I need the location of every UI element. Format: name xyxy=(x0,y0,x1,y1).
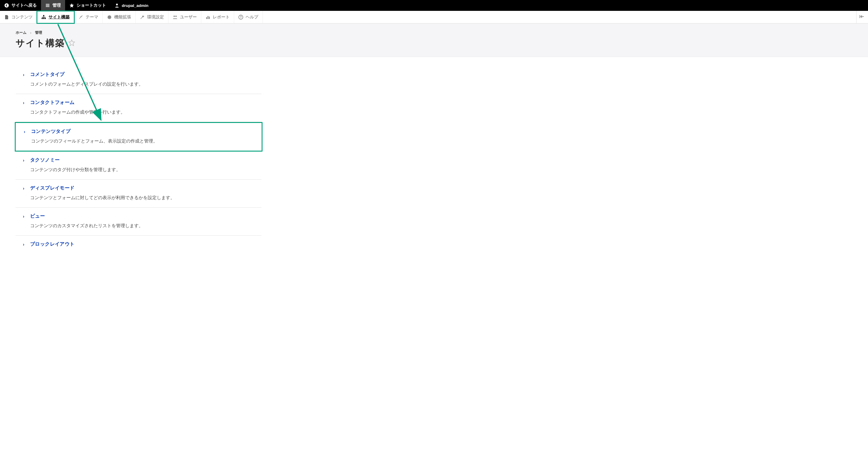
manage-label: 管理 xyxy=(53,3,61,8)
toolbar-item-structure[interactable]: サイト構築 xyxy=(37,11,74,23)
list-item-desc: コンテンツのカスタマイズされたリストを管理します。 xyxy=(23,223,261,229)
list-item-desc: コンテンツのタグ付けや分類を管理します。 xyxy=(23,167,261,173)
svg-rect-8 xyxy=(206,17,207,19)
svg-rect-4 xyxy=(43,18,44,19)
puzzle-icon xyxy=(107,15,112,20)
toolbar-label: コンテンツ xyxy=(11,14,33,20)
admin-topbar: サイトへ戻る 管理 ショートカット drupal_admin xyxy=(0,0,868,11)
toolbar-item-config[interactable]: 環境設定 xyxy=(135,11,168,23)
list-item-content-types[interactable]: ›コンテンツタイプ コンテンツのフィールドとフォーム、表示設定の作成と管理。 xyxy=(15,122,262,152)
svg-rect-10 xyxy=(209,17,210,19)
wrench-icon xyxy=(140,15,145,20)
toolbar-collapse-button[interactable] xyxy=(856,11,868,23)
list-item-title: コンテンツタイプ xyxy=(31,128,70,135)
svg-point-0 xyxy=(4,3,9,7)
hamburger-icon xyxy=(45,3,50,8)
page-title: サイト構築 xyxy=(16,37,65,50)
chevron-right-icon: › xyxy=(23,242,27,247)
file-icon xyxy=(4,15,9,20)
toolbar-item-help[interactable]: ? ヘルプ xyxy=(234,11,263,23)
list-item-block-layout[interactable]: ›ブロックレイアウト xyxy=(16,236,261,248)
star-icon xyxy=(69,3,74,8)
sitemap-icon xyxy=(41,15,46,20)
toolbar-item-people[interactable]: ユーザー xyxy=(168,11,201,23)
page-header: ホーム › 管理 サイト構築 xyxy=(0,24,868,57)
list-item-title: ブロックレイアウト xyxy=(30,241,75,248)
list-item-title: コンタクトフォーム xyxy=(30,99,75,106)
list-item-contact-forms[interactable]: ›コンタクトフォーム コンタクトフォームの作成や管理を行います。 xyxy=(16,94,261,122)
back-arrow-icon xyxy=(4,3,9,8)
list-item-desc: コメントのフォームとディスプレイの設定を行います。 xyxy=(23,82,261,87)
toolbar-label: 機能拡張 xyxy=(114,14,131,20)
help-icon: ? xyxy=(239,15,243,20)
svg-rect-2 xyxy=(43,15,44,16)
shortcuts-label: ショートカット xyxy=(76,3,106,8)
shortcuts-link[interactable]: ショートカット xyxy=(65,0,110,11)
toolbar-label: テーマ xyxy=(86,14,98,20)
structure-list: ›コメントタイプ コメントのフォームとディスプレイの設定を行います。 ›コンタク… xyxy=(0,57,277,248)
brush-icon xyxy=(79,15,83,20)
back-to-site-label: サイトへ戻る xyxy=(11,3,37,8)
chevron-right-icon: › xyxy=(23,214,27,219)
user-menu[interactable]: drupal_admin xyxy=(110,0,153,11)
breadcrumb: ホーム › 管理 xyxy=(16,30,868,35)
list-item-display-modes[interactable]: ›ディスプレイモード コンテンツとフォームに対してどの表示が利用できるかを設定し… xyxy=(16,180,261,207)
back-to-site-link[interactable]: サイトへ戻る xyxy=(0,0,41,11)
list-item-views[interactable]: ›ビュー コンテンツのカスタマイズされたリストを管理します。 xyxy=(16,207,261,236)
chevron-right-icon: › xyxy=(24,129,28,134)
list-item-comment-types[interactable]: ›コメントタイプ コメントのフォームとディスプレイの設定を行います。 xyxy=(16,66,261,94)
svg-point-6 xyxy=(174,15,175,17)
list-item-title: タクソノミー xyxy=(30,157,60,163)
list-item-desc: コンテンツのフィールドとフォーム、表示設定の作成と管理。 xyxy=(24,138,261,144)
chevron-right-icon: › xyxy=(23,100,27,105)
users-icon xyxy=(173,15,178,20)
collapse-icon xyxy=(860,14,865,20)
favorite-toggle[interactable] xyxy=(68,39,75,47)
list-item-title: ビュー xyxy=(30,213,45,219)
chevron-right-icon: › xyxy=(23,158,27,163)
manage-toggle[interactable]: 管理 xyxy=(41,0,65,11)
toolbar-item-content[interactable]: コンテンツ xyxy=(0,11,37,23)
user-label: drupal_admin xyxy=(122,3,149,8)
svg-rect-9 xyxy=(208,16,209,19)
toolbar-label: 環境設定 xyxy=(147,14,164,20)
list-item-title: コメントタイプ xyxy=(30,71,65,78)
svg-text:?: ? xyxy=(240,16,242,19)
svg-rect-3 xyxy=(41,18,43,19)
chevron-right-icon: › xyxy=(23,186,27,191)
list-item-title: ディスプレイモード xyxy=(30,185,75,191)
breadcrumb-home[interactable]: ホーム xyxy=(16,30,27,35)
toolbar-label: ユーザー xyxy=(180,14,197,20)
admin-toolbar: コンテンツ サイト構築 テーマ 機能拡張 環境設定 ユーザー レポート ? ヘル… xyxy=(0,11,868,24)
toolbar-item-appearance[interactable]: テーマ xyxy=(74,11,103,23)
svg-rect-5 xyxy=(44,18,46,19)
breadcrumb-separator: › xyxy=(30,31,31,35)
toolbar-label: ヘルプ xyxy=(246,14,258,20)
list-item-desc: コンテンツとフォームに対してどの表示が利用できるかを設定します。 xyxy=(23,195,261,201)
list-item-taxonomy[interactable]: ›タクソノミー コンテンツのタグ付けや分類を管理します。 xyxy=(16,152,261,180)
user-icon xyxy=(115,3,119,8)
chart-icon xyxy=(206,15,210,20)
star-outline-icon xyxy=(68,39,75,46)
toolbar-item-extend[interactable]: 機能拡張 xyxy=(103,11,135,23)
toolbar-label: サイト構築 xyxy=(49,14,70,20)
toolbar-item-reports[interactable]: レポート xyxy=(201,11,234,23)
list-item-desc: コンタクトフォームの作成や管理を行います。 xyxy=(23,109,261,115)
toolbar-label: レポート xyxy=(213,14,230,20)
svg-point-1 xyxy=(116,4,118,5)
svg-point-7 xyxy=(176,15,177,17)
breadcrumb-admin[interactable]: 管理 xyxy=(35,30,42,35)
chevron-right-icon: › xyxy=(23,72,27,77)
